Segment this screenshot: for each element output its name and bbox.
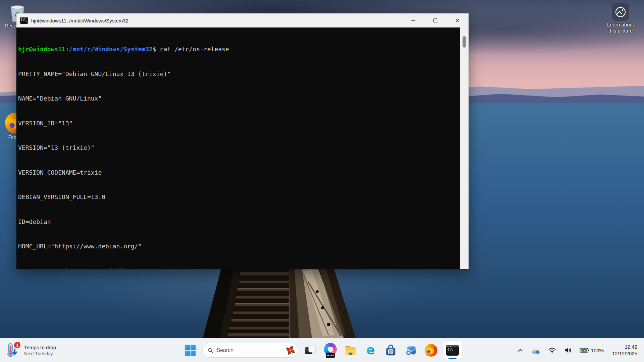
wifi-button[interactable] xyxy=(547,345,557,356)
time: 12:42 xyxy=(612,344,637,350)
scrollbar-thumb[interactable] xyxy=(463,36,466,48)
hidden-icons-button[interactable] xyxy=(515,345,525,356)
search-box[interactable] xyxy=(202,343,298,358)
outlook-button[interactable] xyxy=(403,341,419,360)
prompt-symbol: $ xyxy=(153,46,156,53)
edge-icon: e xyxy=(364,344,377,357)
terminal-line-prompt-1: hjr@windows11:/mnt/c/Windows/System32$ca… xyxy=(18,45,460,54)
firefox-icon xyxy=(425,344,437,357)
m365-badge: M365 xyxy=(326,353,335,358)
prompt-user: hjr@windows11 xyxy=(18,46,65,53)
battery-status[interactable]: 100% xyxy=(578,345,605,356)
windows-logo-icon xyxy=(184,344,196,356)
terminal-line: SUPPORT_URL="https://www.debian.org/supp… xyxy=(18,267,460,269)
terminal-line: VERSION_ID="13" xyxy=(18,119,460,128)
learn-about-picture-widget[interactable]: Learn about this picture xyxy=(602,3,639,34)
microsoft-store-icon xyxy=(384,344,397,357)
close-icon xyxy=(455,18,460,23)
terminal-button[interactable]: C:\_ xyxy=(443,341,462,360)
wooden-dock-graphic xyxy=(201,268,356,338)
maximize-button[interactable] xyxy=(424,13,446,27)
prompt-separator: : xyxy=(65,46,69,53)
copilot-m365-button[interactable]: M365 xyxy=(322,341,338,360)
terminal-line: VERSION="13 (trixie)" xyxy=(18,144,460,152)
taskbar: 1 Temps to drop Next Tuesday xyxy=(0,338,644,362)
volume-icon xyxy=(564,347,572,354)
window-title: hjr@windows11: /mnt/c/Windows/System32 xyxy=(31,18,128,23)
battery-icon xyxy=(580,347,589,354)
outlook-icon xyxy=(405,344,417,357)
learn-about-label-line2: this picture xyxy=(608,28,633,34)
terminal-content[interactable]: hjr@windows11:/mnt/c/Windows/System32$ca… xyxy=(16,27,460,269)
terminal-line: PRETTY_NAME="Debian GNU/Linux 13 (trixie… xyxy=(18,70,460,78)
taskbar-center-group: M365 e xyxy=(182,338,462,362)
task-view-button[interactable] xyxy=(302,341,318,360)
clock[interactable]: 12:42 12/12/2025 xyxy=(610,342,639,358)
command-text: cat /etc/os-release xyxy=(160,46,229,53)
weather-title: Temps to drop xyxy=(24,345,56,350)
picture-icon xyxy=(612,3,629,21)
battery-percentage: 100% xyxy=(591,348,604,353)
search-input[interactable] xyxy=(216,347,286,353)
task-view-icon xyxy=(304,344,316,356)
terminal-icon: C:\_ xyxy=(446,345,459,356)
date: 12/12/2025 xyxy=(612,350,637,357)
maximize-icon xyxy=(433,18,438,23)
terminal-line: VERSION_CODENAME=trixie xyxy=(18,169,460,177)
system-tray: 100% 12:42 12/12/2025 xyxy=(515,338,644,362)
terminal-line: DEBIAN_VERSION_FULL=13.0 xyxy=(18,193,460,201)
file-explorer-button[interactable] xyxy=(342,341,359,360)
cmd-window-icon: C:\_ xyxy=(20,17,28,24)
minimize-button[interactable] xyxy=(402,13,424,27)
start-button[interactable] xyxy=(182,341,198,360)
desktop: ♻ Recycle Bin Firefox Learn about this p… xyxy=(0,0,644,362)
edge-button[interactable]: e xyxy=(363,341,379,360)
terminal-scrollbar[interactable] xyxy=(460,27,469,269)
poinsettia-icon xyxy=(286,345,295,356)
search-icon xyxy=(208,347,213,354)
terminal-line: ID=debian xyxy=(18,218,460,226)
close-button[interactable] xyxy=(446,13,469,27)
onedrive-button[interactable] xyxy=(530,345,542,356)
terminal-window: C:\_ hjr@windows11: /mnt/c/Windows/Syste… xyxy=(16,13,469,269)
active-indicator xyxy=(448,358,457,359)
weather-subtitle: Next Tuesday xyxy=(24,351,56,356)
notification-badge: 1 xyxy=(14,342,20,348)
file-explorer-icon xyxy=(344,344,357,357)
firefox-button[interactable] xyxy=(423,341,439,360)
weather-widget[interactable]: 1 Temps to drop Next Tuesday xyxy=(2,338,59,362)
onedrive-cloud-icon xyxy=(532,347,540,354)
chevron-up-icon xyxy=(517,347,524,354)
wifi-icon xyxy=(548,347,556,354)
microsoft-store-button[interactable] xyxy=(383,341,399,360)
terminal-line: NAME="Debian GNU/Linux" xyxy=(18,95,460,103)
volume-button[interactable] xyxy=(562,345,573,356)
terminal-line: HOME_URL="https://www.debian.org/" xyxy=(18,242,460,251)
terminal-titlebar[interactable]: C:\_ hjr@windows11: /mnt/c/Windows/Syste… xyxy=(16,13,469,27)
minimize-icon xyxy=(411,18,416,23)
prompt-path: /mnt/c/Windows/System32 xyxy=(69,46,153,53)
learn-about-label-line1: Learn about xyxy=(607,22,634,27)
svg-text:e: e xyxy=(366,344,375,357)
